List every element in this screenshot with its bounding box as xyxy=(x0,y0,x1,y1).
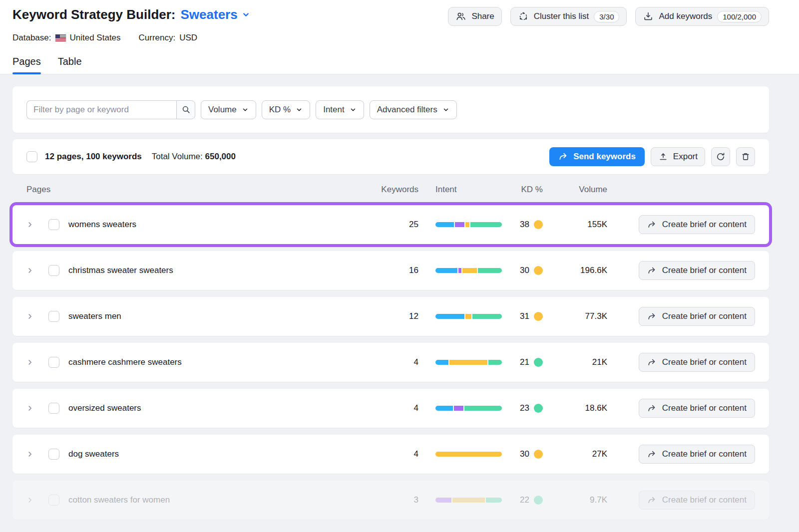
search-button[interactable] xyxy=(176,100,195,119)
row-checkbox[interactable] xyxy=(48,495,59,506)
expand-chevron-icon[interactable] xyxy=(26,405,33,412)
table-row[interactable]: dog sweaters 4 30 27K Create brief or co… xyxy=(12,435,769,474)
intent-filter-dropdown[interactable]: Intent xyxy=(316,100,364,119)
page-header: Keyword Strategy Builder: Sweaters Share xyxy=(0,0,799,74)
create-brief-button[interactable]: Create brief or content xyxy=(639,445,755,464)
share-button[interactable]: Share xyxy=(448,7,501,26)
create-brief-label: Create brief or content xyxy=(662,357,747,367)
total-volume-label: Total Volume: xyxy=(152,152,203,161)
column-header-pages: Pages xyxy=(26,185,379,195)
expand-chevron-icon[interactable] xyxy=(26,313,33,320)
create-brief-button[interactable]: Create brief or content xyxy=(639,491,755,510)
kd-dot xyxy=(534,358,543,367)
volume-value: 27K xyxy=(543,449,607,459)
chevron-down-icon xyxy=(296,106,303,113)
cluster-label: Cluster this list xyxy=(534,11,589,21)
volume-value: 21K xyxy=(543,357,607,367)
table-row[interactable]: oversized sweaters 4 23 18.6K Create bri… xyxy=(12,389,769,428)
intent-segment-purple xyxy=(455,222,464,227)
refresh-button[interactable] xyxy=(711,147,730,166)
keywords-count-badge: 100/2,000 xyxy=(717,11,762,22)
intent-bar xyxy=(435,498,502,503)
volume-filter-label: Volume xyxy=(208,105,237,115)
create-brief-label: Create brief or content xyxy=(662,403,747,413)
kd-filter-dropdown[interactable]: KD % xyxy=(262,100,310,119)
expand-chevron-icon[interactable] xyxy=(26,359,33,366)
export-label: Export xyxy=(673,152,698,162)
intent-filter-label: Intent xyxy=(323,105,345,115)
intent-segment-yellow xyxy=(465,314,471,319)
database-label: Database: xyxy=(12,33,51,43)
keywords-count: 12 xyxy=(379,311,418,321)
advanced-filters-dropdown[interactable]: Advanced filters xyxy=(370,100,457,119)
forward-arrow-icon xyxy=(647,312,657,321)
tab-table[interactable]: Table xyxy=(58,56,82,74)
table-row[interactable]: cashmere cashmere sweaters 4 21 21K Crea… xyxy=(12,343,769,382)
create-brief-button[interactable]: Create brief or content xyxy=(639,261,755,280)
send-keywords-label: Send keywords xyxy=(573,152,636,162)
create-brief-button[interactable]: Create brief or content xyxy=(639,399,755,418)
column-header-volume: Volume xyxy=(543,185,607,195)
row-checkbox[interactable] xyxy=(48,449,59,460)
kd-value: 30 xyxy=(520,449,529,459)
chevron-down-icon xyxy=(350,106,357,113)
expand-chevron-icon[interactable] xyxy=(26,221,33,228)
download-icon xyxy=(643,11,654,22)
intent-segment-purple xyxy=(458,268,461,273)
kd-dot xyxy=(534,266,543,275)
advanced-filters-label: Advanced filters xyxy=(377,105,437,115)
currency-label: Currency: xyxy=(139,33,176,43)
intent-segment-yellow xyxy=(452,498,485,503)
kd-dot xyxy=(534,404,543,413)
header-actions: Share Cluster this list 3/30 xyxy=(448,7,769,26)
intent-segment-green xyxy=(464,406,502,411)
volume-value: 18.6K xyxy=(543,403,607,413)
page-name: womens sweaters xyxy=(68,220,136,230)
expand-chevron-icon[interactable] xyxy=(26,451,33,458)
intent-segment-green xyxy=(486,498,502,503)
intent-segment-blue xyxy=(435,360,448,365)
export-button[interactable]: Export xyxy=(651,147,705,166)
keywords-count: 4 xyxy=(379,403,418,413)
table-row[interactable]: christmas sweater sweaters 16 30 196.6K … xyxy=(12,251,769,290)
cluster-list-button[interactable]: Cluster this list 3/30 xyxy=(510,7,627,26)
row-checkbox[interactable] xyxy=(48,265,59,276)
table-row[interactable]: cotton sweaters for women 3 22 9.7K Crea… xyxy=(12,481,769,520)
total-volume-value: 650,000 xyxy=(205,152,236,161)
list-selector[interactable]: Sweaters xyxy=(181,7,250,22)
intent-segment-green xyxy=(478,268,502,273)
table-row[interactable]: womens sweaters 25 38 155K Create brief … xyxy=(12,205,769,244)
row-checkbox[interactable] xyxy=(48,357,59,368)
create-brief-button[interactable]: Create brief or content xyxy=(639,215,755,234)
select-all-checkbox[interactable] xyxy=(26,151,37,162)
volume-filter-dropdown[interactable]: Volume xyxy=(201,100,256,119)
search-input[interactable] xyxy=(26,100,176,119)
table-row[interactable]: sweaters men 12 31 77.3K Create brief or… xyxy=(12,297,769,336)
create-brief-button[interactable]: Create brief or content xyxy=(639,307,755,326)
intent-bar xyxy=(435,268,502,273)
create-brief-label: Create brief or content xyxy=(662,311,747,321)
row-checkbox[interactable] xyxy=(48,311,59,322)
page-name: sweaters men xyxy=(68,311,121,321)
tab-pages[interactable]: Pages xyxy=(12,56,41,74)
intent-bar xyxy=(435,314,502,319)
page-name: cotton sweaters for women xyxy=(68,495,170,505)
keywords-count: 4 xyxy=(379,357,418,367)
expand-chevron-icon[interactable] xyxy=(26,497,33,504)
row-checkbox[interactable] xyxy=(48,403,59,414)
intent-bar xyxy=(435,360,502,365)
intent-segment-purple xyxy=(435,498,451,503)
kd-value: 21 xyxy=(520,357,529,367)
expand-chevron-icon[interactable] xyxy=(26,267,33,274)
kd-value: 31 xyxy=(520,311,529,321)
row-checkbox[interactable] xyxy=(48,219,59,230)
volume-value: 9.7K xyxy=(543,495,607,505)
page-name: dog sweaters xyxy=(68,449,119,459)
send-keywords-button[interactable]: Send keywords xyxy=(549,147,645,166)
forward-arrow-icon xyxy=(647,496,657,505)
create-brief-button[interactable]: Create brief or content xyxy=(639,353,755,372)
delete-button[interactable] xyxy=(736,147,755,166)
forward-arrow-icon xyxy=(647,358,657,367)
kd-value: 30 xyxy=(520,266,529,275)
add-keywords-button[interactable]: Add keywords 100/2,000 xyxy=(635,7,769,26)
